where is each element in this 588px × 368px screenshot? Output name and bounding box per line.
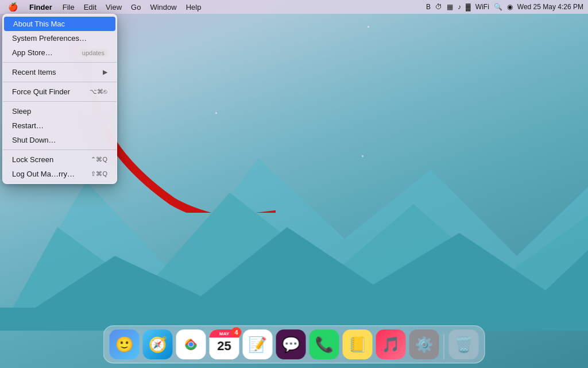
time-machine-icon[interactable]: ⏱ bbox=[435, 3, 442, 11]
dock-trash[interactable]: 🗑️ bbox=[449, 329, 479, 359]
dock-chrome[interactable] bbox=[176, 329, 206, 359]
menubar-go[interactable]: Go bbox=[126, 2, 145, 13]
desktop-dot bbox=[215, 112, 217, 114]
menu-restart[interactable]: Restart… bbox=[3, 118, 117, 133]
apple-dropdown-menu: About This Mac System Preferences… App S… bbox=[2, 14, 117, 184]
dock: 🙂 🧭 MAY 25 4 📝 💬 📞 📒 bbox=[103, 325, 485, 363]
search-icon[interactable]: 🔍 bbox=[494, 3, 502, 11]
battery-icon[interactable]: ▓ bbox=[466, 3, 471, 11]
dock-notes[interactable]: 📒 bbox=[343, 329, 373, 359]
audio-icon[interactable]: ♪ bbox=[458, 3, 461, 11]
dock-finder[interactable]: 🙂 bbox=[110, 329, 140, 359]
menubar-window[interactable]: Window bbox=[145, 2, 181, 13]
desktop-dot bbox=[362, 155, 363, 157]
menu-force-quit[interactable]: Force Quit Finder ⌥⌘⎋ bbox=[3, 85, 117, 99]
separator-4 bbox=[3, 150, 117, 150]
bluetooth-icon[interactable]: B bbox=[426, 3, 431, 11]
menu-lock-screen[interactable]: Lock Screen ⌃⌘Q bbox=[3, 152, 117, 167]
separator-3 bbox=[3, 101, 117, 102]
calendar-menu-icon[interactable]: ▦ bbox=[447, 3, 453, 11]
menubar: 🍎 Finder File Edit View Go Window Help B… bbox=[0, 0, 588, 14]
menu-system-preferences[interactable]: System Preferences… bbox=[3, 31, 117, 45]
menu-log-out[interactable]: Log Out Ma…rry… ⇧⌘Q bbox=[3, 167, 117, 181]
menubar-file[interactable]: File bbox=[58, 2, 79, 13]
menubar-view[interactable]: View bbox=[101, 2, 126, 13]
menubar-right: B ⏱ ▦ ♪ ▓ WiFi 🔍 ◉ Wed 25 May 4:26 PM bbox=[426, 3, 583, 11]
dock-calendar[interactable]: MAY 25 4 bbox=[210, 329, 239, 359]
dock-whatsapp[interactable]: 📞 bbox=[310, 329, 339, 359]
calendar-badge: 4 bbox=[231, 327, 242, 338]
menu-app-store[interactable]: App Store… updates bbox=[3, 45, 117, 60]
siri-icon[interactable]: ◉ bbox=[507, 3, 513, 11]
separator-1 bbox=[3, 62, 117, 63]
wifi-icon[interactable]: WiFi bbox=[475, 3, 489, 11]
desktop-dot bbox=[368, 26, 369, 28]
menu-about-this-mac[interactable]: About This Mac bbox=[4, 17, 115, 31]
dock-safari[interactable]: 🧭 bbox=[143, 329, 173, 359]
menubar-edit[interactable]: Edit bbox=[79, 2, 101, 13]
updates-badge: updates bbox=[79, 49, 107, 57]
menubar-help[interactable]: Help bbox=[181, 2, 206, 13]
separator-2 bbox=[3, 82, 117, 82]
dock-system-preferences[interactable]: ⚙️ bbox=[409, 329, 439, 359]
dock-music[interactable]: 🎵 bbox=[376, 329, 406, 359]
dock-textedit[interactable]: 📝 bbox=[243, 329, 273, 359]
menu-shut-down[interactable]: Shut Down… bbox=[3, 133, 117, 147]
dock-slack[interactable]: 💬 bbox=[276, 329, 306, 359]
svg-point-8 bbox=[189, 342, 194, 347]
active-app-name: Finder bbox=[26, 2, 56, 13]
apple-menu-button[interactable]: 🍎 bbox=[5, 1, 21, 13]
menu-sleep[interactable]: Sleep bbox=[3, 104, 117, 118]
dock-separator bbox=[444, 334, 444, 359]
datetime-display[interactable]: Wed 25 May 4:26 PM bbox=[517, 3, 583, 11]
menu-recent-items[interactable]: Recent Items ▶ bbox=[3, 65, 117, 79]
